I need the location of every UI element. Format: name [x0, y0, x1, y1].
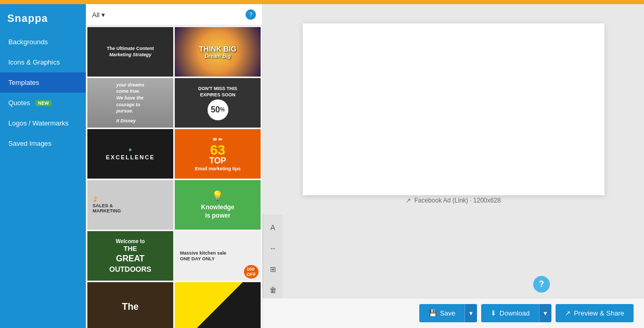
sidebar-item-saved[interactable]: Saved Images — [0, 133, 86, 154]
sidebar-item-label: Saved Images — [8, 140, 51, 147]
main-panel: All ▾ ? The Ultimate Content Marketing S… — [86, 4, 644, 328]
template-item[interactable]: ◆ EXCELLENCE — [87, 129, 173, 179]
sidebar-item-logos[interactable]: Logos / Watermarks — [0, 113, 86, 133]
template-item[interactable]: The Ultimate Content Marketing Strategy — [87, 27, 173, 77]
app-container: Snappa Backgrounds Icons & Graphics Temp… — [0, 4, 644, 328]
sidebar-nav: Backgrounds Icons & Graphics Templates Q… — [0, 32, 86, 154]
sidebar-item-templates[interactable]: Templates — [0, 72, 86, 93]
bottom-bar: ? 💾 Save ▾ ⬇ Download ▾ ↗ Preview & Shar… — [263, 298, 644, 328]
canvas-frame — [303, 23, 604, 195]
share-icon: ↗ — [565, 309, 571, 317]
template-item[interactable]: 🏆 SALES & MARKETING — [87, 180, 173, 230]
gallery-header: All ▾ ? — [86, 4, 262, 26]
template-item[interactable]: Welcome to THE GREAT OUTDOORS — [87, 231, 173, 281]
right-toolbar: A ↔ ⊞ 🗑 — [263, 215, 282, 298]
expand-icon: ↗ — [406, 197, 411, 204]
save-button[interactable]: 💾 Save — [419, 304, 465, 322]
download-label: Download — [499, 309, 530, 317]
download-icon: ⬇ — [491, 309, 496, 317]
canvas-size-label: Facebook Ad (Link) · 1200x628 — [414, 197, 500, 204]
sidebar-item-label: Templates — [8, 79, 39, 86]
app-logo: Snappa — [0, 9, 86, 32]
sidebar-item-label: Backgrounds — [8, 38, 48, 46]
resize-icon[interactable]: ↔ — [265, 241, 281, 256]
canvas-workspace: ↗ Facebook Ad (Link) · 1200x628 — [263, 4, 644, 215]
sidebar: Snappa Backgrounds Icons & Graphics Temp… — [0, 4, 86, 328]
template-item[interactable]: THINK BIG Dream Big — [175, 27, 261, 77]
template-item[interactable] — [175, 282, 261, 328]
sidebar-item-label: Quotes — [8, 99, 30, 107]
canvas-label: ↗ Facebook Ad (Link) · 1200x628 — [406, 197, 500, 204]
sidebar-item-quotes[interactable]: Quotes NEW — [0, 93, 86, 113]
sidebar-item-backgrounds[interactable]: Backgrounds — [0, 32, 86, 52]
preview-share-button[interactable]: ↗ Preview & Share — [556, 304, 634, 322]
sidebar-item-icons[interactable]: Icons & Graphics — [0, 52, 86, 72]
gallery-filter-dropdown[interactable]: All ▾ — [92, 11, 105, 19]
template-item[interactable]: your dreams come true. We have the coura… — [87, 78, 173, 128]
quotes-badge: NEW — [35, 100, 51, 106]
text-icon[interactable]: A — [265, 220, 281, 235]
save-chevron-button[interactable]: ▾ — [465, 304, 477, 322]
help-fab-label: ? — [539, 280, 544, 289]
chevron-down-icon: ▾ — [101, 11, 105, 19]
gallery-panel: All ▾ ? The Ultimate Content Marketing S… — [86, 4, 263, 328]
gallery-grid: The Ultimate Content Marketing Strategy … — [86, 26, 262, 328]
canvas-area: ↗ Facebook Ad (Link) · 1200x628 A ↔ ⊞ 🗑 … — [263, 4, 644, 328]
template-item[interactable]: ✉ ✏ 63 TOP Email marketing tips — [175, 129, 261, 179]
download-chevron-button[interactable]: ▾ — [539, 304, 551, 322]
template-item[interactable]: The — [87, 282, 173, 328]
template-item[interactable]: 💡 Knowledgeis power — [175, 180, 261, 230]
sidebar-item-label: Logos / Watermarks — [8, 119, 69, 127]
download-button[interactable]: ⬇ Download — [481, 304, 539, 322]
gallery-help-button[interactable]: ? — [246, 9, 256, 20]
template-item[interactable]: Massive kitchen sale ONE DAY ONLY 100OFF — [175, 231, 261, 281]
grid-icon[interactable]: ⊞ — [265, 261, 281, 277]
save-icon: 💾 — [429, 309, 437, 317]
delete-icon[interactable]: 🗑 — [265, 282, 281, 298]
filter-label: All — [92, 11, 99, 19]
template-item[interactable]: DON'T MISS THIS EXPIRES SOON 50% — [175, 78, 261, 128]
top-orange-bar — [0, 0, 644, 4]
sidebar-item-label: Icons & Graphics — [8, 58, 60, 66]
help-fab-button[interactable]: ? — [533, 276, 550, 293]
save-label: Save — [440, 309, 456, 317]
preview-label: Preview & Share — [574, 309, 624, 317]
